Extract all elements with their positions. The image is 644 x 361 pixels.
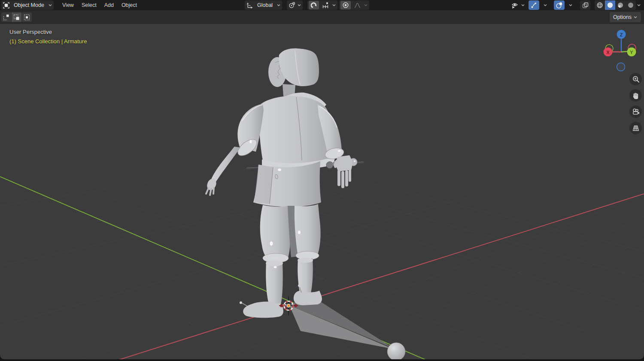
show-gizmo-toggle[interactable]	[529, 0, 539, 10]
camera-view-button[interactable]	[629, 105, 642, 118]
sock-left	[266, 262, 283, 308]
blender-window: User Perspective (1) Scene Collection | …	[0, 0, 644, 361]
snap-toggle-button[interactable]	[309, 1, 319, 9]
proportional-editing-toggle[interactable]	[340, 1, 351, 9]
shading-solid-icon	[607, 2, 614, 9]
zoom-icon	[632, 75, 640, 84]
sock-band-left	[266, 260, 283, 266]
options-dropdown[interactable]: Options	[610, 12, 641, 22]
viewport-header: Object Mode View Select Add Object Globa…	[0, 0, 644, 10]
tool-settings-bar: Options	[0, 10, 644, 24]
orientation-label: Global	[255, 2, 275, 8]
show-gizmo-icon	[530, 2, 538, 9]
toggle-xray-button[interactable]	[580, 0, 590, 10]
header-menus: View Select Add Object	[58, 0, 141, 10]
tweak-tool-icon	[3, 14, 9, 21]
chevron-down-icon[interactable]	[332, 3, 336, 7]
tool-tweak-button[interactable]	[1, 12, 11, 22]
viewport-scene	[0, 0, 644, 359]
chevron-down-icon	[543, 3, 547, 7]
tool-select-box-button[interactable]	[12, 12, 21, 22]
left-fingers	[337, 168, 351, 188]
falloff-dropdown[interactable]	[352, 1, 362, 9]
falloff-curve-icon	[354, 2, 361, 9]
toggle-perspective-button[interactable]	[629, 122, 642, 134]
menu-object[interactable]: Object	[118, 0, 141, 10]
3d-viewport[interactable]: User Perspective (1) Scene Collection | …	[0, 0, 644, 359]
proportional-editing-group	[339, 0, 369, 10]
chevron-down-icon	[276, 3, 281, 7]
select-box-icon	[13, 14, 20, 21]
shading-rendered-button[interactable]	[626, 0, 636, 10]
select-tool-group	[1, 12, 32, 22]
gizmo-dropdown[interactable]	[540, 1, 550, 9]
menu-select[interactable]: Select	[78, 0, 100, 10]
pivot-median-point-icon	[288, 1, 296, 9]
pivot-point-dropdown[interactable]	[287, 0, 303, 10]
chevron-down-icon	[297, 3, 301, 7]
pan-button[interactable]	[629, 89, 642, 102]
axis-x-line	[115, 194, 644, 359]
menu-view[interactable]: View	[58, 0, 78, 10]
breadcrumb: (1) Scene Collection | Armature	[9, 38, 87, 45]
menu-add[interactable]: Add	[100, 0, 118, 10]
mode-dropdown[interactable]: Object Mode	[1, 0, 54, 10]
chevron-down-icon[interactable]	[637, 3, 641, 7]
shading-rendered-icon	[627, 2, 634, 9]
pants-left	[260, 205, 291, 259]
select-circle-icon	[24, 14, 30, 21]
tool-select-circle-button[interactable]	[22, 12, 32, 22]
snap-increment-icon	[322, 2, 329, 9]
axis-neg-z-ball[interactable]	[617, 63, 625, 71]
mode-label: Object Mode	[11, 2, 47, 8]
chevron-down-icon	[568, 3, 573, 7]
gizmo-y-label: Y	[630, 50, 633, 55]
viewport-display-cluster	[508, 0, 642, 10]
chevron-down-icon	[48, 3, 52, 7]
snap-target-dropdown[interactable]	[320, 1, 331, 9]
overlays-dropdown[interactable]	[565, 1, 576, 9]
chevron-down-icon	[633, 15, 638, 19]
shading-mode-group	[595, 0, 636, 10]
shading-solid-button[interactable]	[605, 0, 615, 10]
bone-tail-sphere	[387, 343, 405, 359]
view-perspective-label: User Perspective	[9, 29, 52, 35]
character-mesh[interactable]	[205, 48, 364, 318]
grid-perspective-icon	[632, 124, 640, 132]
toggle-xray-icon	[582, 2, 589, 9]
gizmo-x-label: X	[606, 50, 610, 55]
object-mode-icon	[3, 2, 10, 9]
zoom-button[interactable]	[629, 73, 642, 85]
show-object-types-eye-icon	[511, 1, 519, 9]
options-label: Options	[613, 14, 632, 20]
sock-band-right	[298, 258, 313, 263]
show-overlays-icon	[556, 2, 563, 9]
transform-orientation-dropdown[interactable]: Global	[245, 0, 282, 10]
shading-material-button[interactable]	[615, 0, 626, 10]
orientation-axes-icon	[246, 2, 253, 9]
camera-icon	[632, 108, 640, 116]
snap-magnet-icon	[310, 2, 317, 9]
navigation-gizmo[interactable]: Z X Y	[602, 27, 641, 74]
shading-wireframe-button[interactable]	[595, 0, 605, 10]
pants-right	[293, 204, 320, 256]
chevron-down-icon[interactable]	[521, 3, 525, 7]
proportional-editing-icon	[342, 2, 349, 9]
shading-wireframe-icon	[596, 2, 603, 9]
chevron-down-icon[interactable]	[364, 3, 368, 7]
snapping-group	[307, 0, 337, 10]
shoe-left	[243, 302, 283, 318]
shoe-right	[294, 291, 322, 305]
shading-material-preview-icon	[617, 2, 624, 9]
show-overlays-toggle[interactable]	[554, 0, 565, 10]
show-object-types-dropdown[interactable]	[510, 1, 520, 9]
hand-icon	[632, 91, 640, 100]
gizmo-z-label: Z	[620, 32, 623, 37]
